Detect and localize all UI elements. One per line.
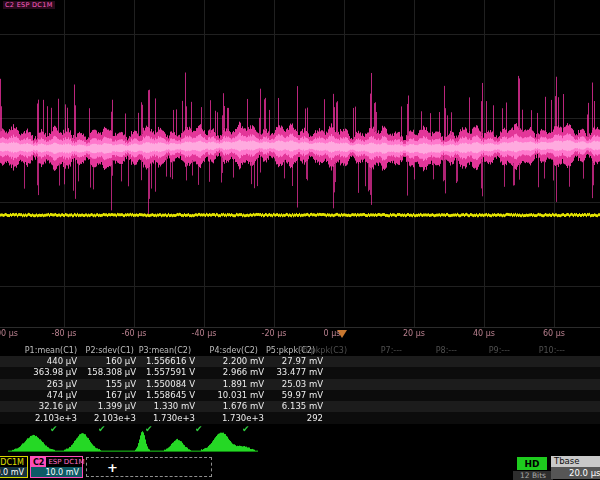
descriptor-bar: DC1M 10.0 mV C2 ESP DC1M 10.0 mV + HD 12… (0, 454, 600, 480)
plus-icon: + (107, 461, 118, 474)
status-check-icon: ✔ (98, 424, 106, 435)
stat-value: 1.556616 V (138, 356, 197, 367)
hd-mode-badge[interactable]: HD (517, 457, 547, 470)
time-tick-label: 0 µs (324, 329, 341, 339)
time-tick-label: -100 µs (0, 329, 18, 339)
c1-scale-value: 10.0 mV (0, 467, 27, 477)
stat-value: 160 µV (79, 356, 138, 367)
stat-value: 1.558645 V (138, 390, 197, 401)
time-tick-label: -60 µs (122, 329, 147, 339)
time-tick-label: -40 µs (192, 329, 217, 339)
measurement-header-row: P1:mean(C1) P2:sdev(C1) P3:mean(C2) P4:s… (0, 344, 600, 356)
time-tick-label: 40 µs (473, 329, 495, 339)
stat-row-value: 440 µV 160 µV 1.556616 V 2.200 mV 27.97 … (0, 356, 600, 367)
stat-value: 32.16 µV (0, 401, 79, 412)
status-check-icon: ✔ (145, 424, 153, 435)
status-check-icon: ✔ (50, 424, 58, 435)
stat-row-status: ✔ ✔ ✔ ✔ ✔ (0, 424, 600, 435)
c1-coupling-label: DC1M (0, 457, 27, 467)
stat-value: 6.135 mV (266, 401, 325, 412)
stat-value: 1.550084 V (138, 379, 197, 390)
stat-value: 2.200 mV (197, 356, 266, 367)
time-tick-label: -20 µs (262, 329, 287, 339)
param-header-p10[interactable]: P10:--- (510, 345, 565, 356)
timebase-descriptor[interactable]: Tbase 20.0 µs (551, 456, 600, 479)
stat-row-min: 263 µV 155 µV 1.550084 V 1.891 mV 25.03 … (0, 379, 600, 390)
stat-row-num: 2.103e+3 2.103e+3 1.730e+3 1.730e+3 292 (0, 412, 600, 423)
add-trace-slot[interactable]: + (86, 457, 212, 477)
stat-value: 1.891 mV (197, 379, 266, 390)
stat-value: 1.330 mV (138, 401, 197, 412)
stat-value: 25.03 mV (266, 379, 325, 390)
param-header-p9[interactable]: P9:--- (457, 345, 510, 356)
stat-value: 10.031 mV (197, 390, 266, 401)
time-tick-label: -80 µs (52, 329, 77, 339)
stat-value: 155 µV (79, 379, 138, 390)
stat-value: 1.399 µV (79, 401, 138, 412)
channel-c1-descriptor[interactable]: DC1M 10.0 mV (0, 456, 28, 478)
time-tick-label: 60 µs (543, 329, 565, 339)
stat-row-max: 474 µV 167 µV 1.558645 V 10.031 mV 59.97… (0, 390, 600, 401)
oscilloscope-screen: C2 ESP DC1M -100 µs -80 µs -60 µs -40 µs… (0, 0, 600, 480)
channel-c2-descriptor[interactable]: C2 ESP DC1M 10.0 mV (30, 456, 83, 478)
stat-value: 263 µV (0, 379, 79, 390)
stat-value: 27.97 mV (266, 356, 325, 367)
stat-value: 1.676 mV (197, 401, 266, 412)
stat-value: 1.730e+3 (197, 413, 266, 424)
c2-coupling-label: ESP DC1M (48, 458, 84, 466)
stat-value: 1.557591 V (138, 367, 197, 378)
stat-value: 2.103e+3 (0, 413, 79, 424)
status-check-icon: ✔ (195, 424, 203, 435)
stat-value: 363.98 µV (0, 367, 79, 378)
param-header-p11[interactable]: P11:--- (565, 345, 600, 356)
bit-depth-label: 12 Bits (513, 471, 553, 480)
stat-value: 474 µV (0, 390, 79, 401)
stat-value: 440 µV (0, 356, 79, 367)
timebase-scale-value: 20.0 µs (551, 467, 600, 479)
stat-value: 158.308 µV (79, 367, 138, 378)
stat-row-sdev: 32.16 µV 1.399 µV 1.330 mV 1.676 mV 6.13… (0, 401, 600, 412)
grid-bottom-divider (0, 327, 600, 328)
stat-value: 1.730e+3 (138, 413, 197, 424)
stat-value: 167 µV (79, 390, 138, 401)
stat-value: 2.966 mV (197, 367, 266, 378)
measurement-table: P1:mean(C1) P2:sdev(C1) P3:mean(C2) P4:s… (0, 344, 600, 435)
stat-value: 33.477 mV (266, 367, 325, 378)
param-header-p1[interactable]: P1:mean(C1) (0, 345, 77, 356)
stat-value: 2.103e+3 (79, 413, 138, 424)
stat-row-mean: 363.98 µV 158.308 µV 1.557591 V 2.966 mV… (0, 367, 600, 378)
c2-channel-badge: C2 (31, 457, 46, 467)
status-check-icon: ✔ (242, 424, 250, 435)
param-header-p3[interactable]: P3:mean(C2) (134, 345, 191, 356)
param-header-p4[interactable]: P4:sdev(C2) (191, 345, 258, 356)
stat-value: 59.97 mV (266, 390, 325, 401)
param-header-p6[interactable]: P6:pkpk(C3) (315, 345, 347, 356)
stat-value: 292 (266, 413, 325, 424)
c2-scale-value: 10.0 mV (31, 467, 82, 477)
param-header-p7[interactable]: P7:--- (347, 345, 402, 356)
param-header-p8[interactable]: P8:--- (402, 345, 457, 356)
trace-descriptor-label: C2 ESP DC1M (3, 1, 55, 9)
param-header-p2[interactable]: P2:sdev(C1) (77, 345, 134, 356)
timebase-title: Tbase (551, 456, 600, 467)
time-tick-label: 20 µs (403, 329, 425, 339)
